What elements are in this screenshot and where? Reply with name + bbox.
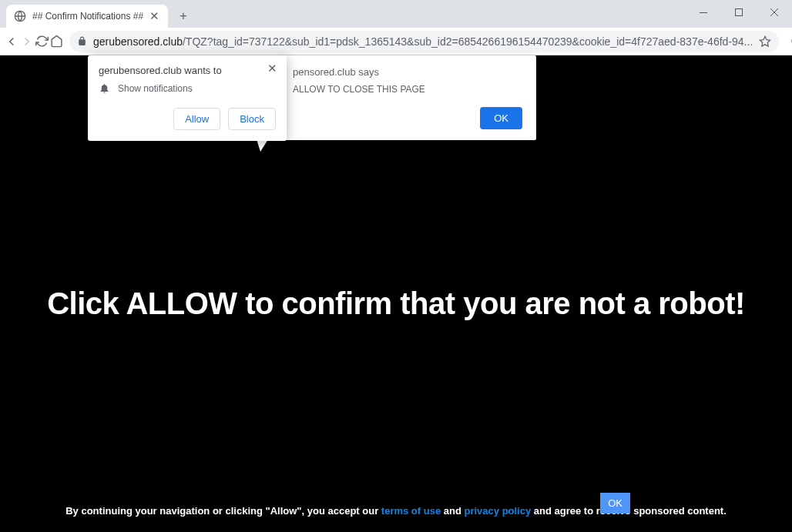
footer-consent-text: By continuing your navigation or clickin…: [0, 505, 792, 517]
alert-origin-text: pensored.club says: [293, 66, 522, 78]
footer-ok-button[interactable]: OK: [600, 493, 630, 514]
alert-message: ALLOW TO CLOSE THIS PAGE: [293, 84, 522, 95]
tab-bar: ## Confirm Notifications ## ✕ +: [0, 0, 792, 28]
new-tab-button[interactable]: +: [173, 5, 194, 27]
popup-origin-text: gerubensored.club wants to: [99, 65, 276, 76]
url-text: gerubensored.club/TQZ?tag_id=737122&sub_…: [93, 35, 753, 48]
privacy-link[interactable]: privacy policy: [464, 505, 531, 517]
svg-rect-0: [700, 12, 707, 13]
bell-icon: [99, 82, 110, 94]
tab-title: ## Confirm Notifications ##: [32, 11, 143, 22]
browser-tab[interactable]: ## Confirm Notifications ## ✕: [6, 5, 168, 28]
browser-toolbar: gerubensored.club/TQZ?tag_id=737122&sub_…: [0, 28, 792, 55]
home-button[interactable]: [50, 30, 63, 53]
javascript-alert-dialog: pensored.club says ALLOW TO CLOSE THIS P…: [279, 55, 536, 140]
address-bar[interactable]: gerubensored.club/TQZ?tag_id=737122&sub_…: [69, 31, 779, 52]
terms-link[interactable]: terms of use: [381, 505, 441, 517]
block-button[interactable]: Block: [228, 108, 276, 130]
notification-permission-popup: ✕ gerubensored.club wants to Show notifi…: [88, 55, 287, 141]
alert-ok-button[interactable]: OK: [480, 107, 522, 129]
bookmark-star-icon[interactable]: [759, 35, 771, 48]
allow-button[interactable]: Allow: [173, 108, 220, 130]
svg-rect-1: [736, 9, 743, 16]
window-close-button[interactable]: [757, 0, 792, 25]
window-maximize-button[interactable]: [721, 0, 757, 25]
forward-button[interactable]: [20, 30, 34, 53]
lock-icon: [77, 36, 87, 46]
back-button[interactable]: [5, 30, 18, 53]
popup-close-button[interactable]: ✕: [265, 62, 279, 75]
reload-button[interactable]: [35, 30, 49, 53]
svg-marker-3: [760, 36, 770, 46]
zoom-icon[interactable]: [785, 30, 792, 53]
permission-label: Show notifications: [118, 83, 193, 94]
tab-close-button[interactable]: ✕: [148, 10, 160, 22]
globe-icon: [14, 10, 26, 22]
window-minimize-button[interactable]: [686, 0, 721, 25]
page-headline: Click ALLOW to confirm that you are not …: [0, 286, 792, 321]
